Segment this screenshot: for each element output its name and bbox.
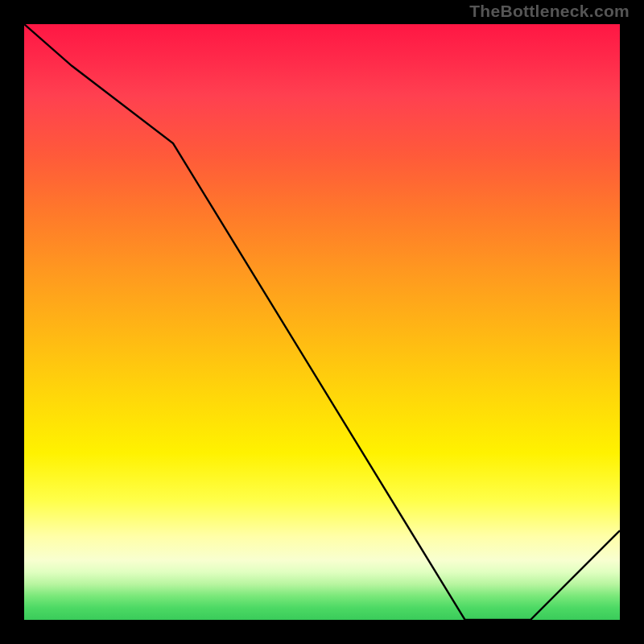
attribution-text: TheBottleneck.com bbox=[469, 2, 630, 21]
line-chart-svg bbox=[24, 24, 620, 620]
chart-line-path bbox=[24, 24, 620, 620]
plot-area bbox=[24, 24, 620, 620]
